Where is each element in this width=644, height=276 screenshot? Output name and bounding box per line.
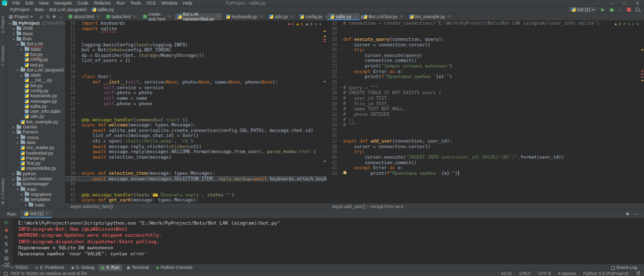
restore-layout-icon[interactable]: ≡ bbox=[3, 234, 10, 240]
tool-window-button-1-project[interactable]: 1: Project bbox=[1, 16, 5, 33]
tree-item[interactable]: ▸static bbox=[7, 46, 65, 51]
search-everywhere-button[interactable] bbox=[634, 7, 640, 13]
tool-window-button-7-structure[interactable]: 7: Structure bbox=[1, 45, 5, 66]
fold-marker[interactable]: − bbox=[77, 80, 82, 85]
settings-icon[interactable]: ✱ bbox=[52, 15, 56, 19]
tree-item[interactable]: bot.py bbox=[7, 83, 65, 88]
menu-vcs[interactable]: VCS bbox=[144, 1, 158, 6]
tab-create-task-html[interactable]: create-task.html✕ bbox=[140, 13, 175, 20]
toolwindow-button-python-console[interactable]: ◆Python Console bbox=[153, 264, 196, 271]
tool-windows-toggle-icon[interactable] bbox=[4, 272, 8, 275]
tree-item[interactable]: ▸2048 bbox=[7, 26, 65, 31]
close-icon[interactable]: ✕ bbox=[45, 212, 48, 216]
inspection-widget[interactable]: ▲ 2✔ 1∧∨ bbox=[614, 22, 639, 26]
tree-item[interactable]: ▸migrations bbox=[7, 192, 65, 197]
tree-item[interactable]: ▸pyVNC-master bbox=[7, 176, 65, 181]
hide-panel-icon[interactable]: — bbox=[59, 15, 63, 19]
tree-item[interactable]: config.py bbox=[7, 88, 65, 93]
tree-item[interactable]: Test.py bbox=[7, 161, 65, 166]
scrollbar-error-stripe[interactable] bbox=[323, 21, 327, 203]
close-icon[interactable]: ✕ bbox=[290, 15, 293, 19]
tree-item[interactable]: sqlite.py bbox=[7, 104, 65, 109]
status-item[interactable]: CRLF bbox=[519, 271, 531, 276]
breadcrumb-item[interactable]: async selection_item() bbox=[70, 204, 113, 209]
close-icon[interactable]: ✕ bbox=[260, 15, 263, 19]
toolwindow-button-6-problems[interactable]: ⊘6: Problems bbox=[32, 264, 67, 271]
editor-bot-py[interactable]: 10import keyboards11−import sqlite121314… bbox=[65, 21, 327, 203]
tree-item[interactable]: test.py bbox=[7, 62, 65, 67]
toolwindow-button-5-debug[interactable]: ◉5: Debug bbox=[68, 264, 98, 271]
tool-window-button-favorites[interactable]: ★ 2: Favorites bbox=[1, 178, 5, 205]
tree-item[interactable]: ▾Bot LAK bbox=[7, 41, 65, 46]
minimize-button[interactable]: — bbox=[605, 1, 618, 6]
close-icon[interactable]: ✕ bbox=[400, 15, 403, 19]
maximize-button[interactable]: □ bbox=[618, 1, 631, 6]
fold-marker[interactable]: − bbox=[77, 101, 82, 107]
stop-icon[interactable]: ■ bbox=[3, 227, 10, 233]
status-item[interactable]: UTF-8 bbox=[538, 271, 551, 276]
tree-item[interactable]: ▾main bbox=[7, 187, 65, 192]
close-icon[interactable]: ✕ bbox=[168, 15, 171, 19]
debug-button[interactable] bbox=[609, 7, 614, 13]
run-button[interactable] bbox=[600, 7, 606, 13]
run-console-output[interactable]: E:\Work\PyProject\venv\Scripts\python.ex… bbox=[13, 218, 644, 264]
tree-item[interactable]: ▾Parsers bbox=[7, 129, 65, 134]
menu-view[interactable]: View bbox=[36, 1, 51, 6]
fold-marker[interactable]: − bbox=[339, 171, 343, 176]
menu-tools[interactable]: Tools bbox=[128, 1, 143, 6]
fold-marker[interactable]: − bbox=[77, 171, 82, 176]
tree-item[interactable]: ▾taskmanager bbox=[7, 181, 65, 186]
run-configuration-select[interactable]: bot (1) bbox=[569, 7, 597, 13]
tab-bot-lak-aiogram-bot-py[interactable]: Bot LAK (aiogram)\bot.py✕ bbox=[175, 13, 223, 20]
pin-icon[interactable]: ⊕ bbox=[3, 248, 10, 254]
toolwindow-button-4-run[interactable]: ▶4: Run bbox=[99, 264, 123, 271]
next-error-icon[interactable]: ∨ bbox=[319, 22, 321, 26]
menu-edit[interactable]: Edit bbox=[23, 1, 36, 6]
tree-item[interactable]: csv_reader.py bbox=[7, 145, 65, 150]
status-message[interactable]: PEP 8: W292 no newline at end of file bbox=[11, 271, 87, 276]
hide-panel-icon[interactable]: — bbox=[634, 212, 639, 217]
fold-marker[interactable]: − bbox=[339, 74, 343, 80]
settings-icon[interactable]: ✱ bbox=[625, 212, 629, 217]
close-icon[interactable]: ✕ bbox=[133, 15, 136, 19]
run-tab[interactable]: bot (1) ✕ bbox=[21, 210, 52, 218]
menu-refactor[interactable]: Refactor bbox=[91, 1, 113, 6]
tree-item[interactable]: keyboards.py bbox=[7, 93, 65, 98]
tree-item[interactable]: ▾Bot LAK (aiogram) bbox=[7, 67, 65, 73]
tab-sqlite-py[interactable]: sqlite.py✕ bbox=[327, 13, 360, 20]
menu-run[interactable]: Run bbox=[114, 1, 127, 6]
fold-marker[interactable]: − bbox=[339, 37, 343, 42]
tab-utils-py[interactable]: utils.py✕ bbox=[266, 13, 297, 20]
intention-bulb-icon[interactable] bbox=[343, 171, 347, 174]
menu-help[interactable]: Help bbox=[181, 1, 195, 6]
fold-marker[interactable]: − bbox=[339, 63, 343, 69]
close-button[interactable]: ✕ bbox=[631, 1, 644, 6]
tree-item[interactable]: healmebel.py bbox=[7, 150, 65, 155]
menu-navigate[interactable]: Navigate bbox=[51, 1, 74, 6]
tree-item[interactable]: messages.py bbox=[7, 98, 65, 103]
chevron-down-icon[interactable] bbox=[30, 16, 33, 18]
tree-item[interactable]: vsyaotdelka.py bbox=[7, 166, 65, 171]
tree-item[interactable]: user_info.sqlite bbox=[7, 109, 65, 114]
tab-tasks-html[interactable]: tasks.html✕ bbox=[103, 13, 140, 20]
tree-item[interactable]: ▾PyProjectE:\Work\PyProject bbox=[7, 21, 65, 26]
coverage-button[interactable] bbox=[617, 7, 623, 13]
breadcrumb-item[interactable]: except Error as e bbox=[371, 204, 404, 209]
breadcrumb-item[interactable]: PyProject bbox=[9, 7, 31, 12]
close-icon[interactable]: ✕ bbox=[448, 15, 451, 19]
menu-file[interactable]: File bbox=[10, 1, 23, 6]
tree-item[interactable]: ▸Games bbox=[7, 124, 65, 129]
close-icon[interactable]: ✕ bbox=[354, 15, 357, 19]
fold-marker[interactable]: − bbox=[339, 47, 343, 53]
fold-marker[interactable]: − bbox=[339, 149, 343, 155]
locate-file-icon[interactable]: ◎ bbox=[40, 15, 43, 19]
tree-item[interactable]: config.py bbox=[7, 57, 65, 62]
next-error-icon[interactable]: ∨ bbox=[636, 22, 639, 26]
tree-item[interactable]: ▾main bbox=[7, 202, 65, 207]
inspection-widget[interactable]: ● 4▲ 1▲ 3∧∨ bbox=[288, 22, 321, 26]
tree-item[interactable]: ▸cosca bbox=[7, 135, 65, 140]
tree-item[interactable]: bot_example.py bbox=[7, 119, 65, 124]
menu-window[interactable]: Window bbox=[159, 1, 180, 6]
status-item[interactable]: 4 spaces bbox=[558, 271, 576, 276]
toolwindow-button-todo[interactable]: ≡TODO bbox=[8, 264, 31, 271]
